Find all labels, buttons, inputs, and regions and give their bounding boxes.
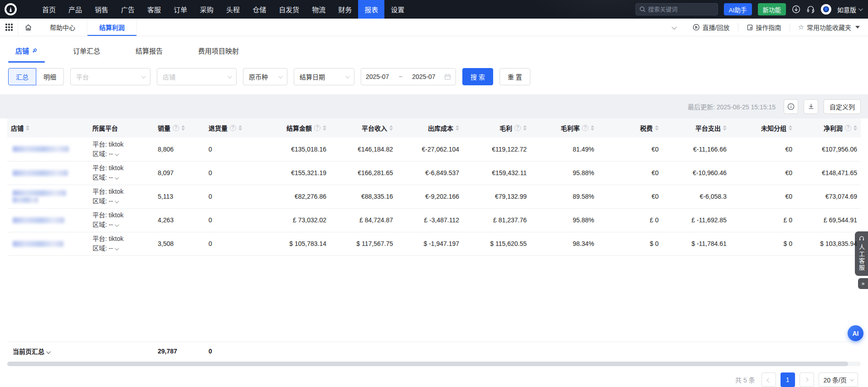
col-returns[interactable]: 退货量? xyxy=(205,118,257,137)
customize-columns-button[interactable]: 自定义列 xyxy=(824,99,861,114)
nav-item-5[interactable]: 订单 xyxy=(167,0,194,19)
col-platform-income[interactable]: 平台收入 xyxy=(330,118,397,137)
sort-icon[interactable] xyxy=(723,125,727,131)
search-input[interactable] xyxy=(648,6,707,13)
next-page-button[interactable] xyxy=(800,372,814,387)
sort-icon[interactable] xyxy=(26,125,29,131)
brand-logo-icon[interactable] xyxy=(5,3,17,15)
shop-select[interactable]: 店铺 xyxy=(157,68,237,85)
help-icon[interactable]: ? xyxy=(514,125,521,131)
info-button[interactable] xyxy=(784,99,798,114)
nav-item-2[interactable]: 销售 xyxy=(88,0,115,19)
help-icon[interactable]: ? xyxy=(314,125,320,131)
nav-item-1[interactable]: 产品 xyxy=(62,0,88,19)
sort-icon[interactable] xyxy=(655,125,659,131)
prev-page-button[interactable] xyxy=(761,372,776,387)
region-expand-icon[interactable] xyxy=(115,246,119,250)
nav-item-0[interactable]: 首页 xyxy=(36,0,62,19)
horizontal-scrollbar[interactable] xyxy=(7,362,861,366)
sort-icon[interactable] xyxy=(181,125,185,131)
chevron-down-icon xyxy=(858,6,863,11)
sort-icon[interactable] xyxy=(238,125,242,131)
date-range-input[interactable]: 2025-07 ~ 2025-07 xyxy=(361,68,456,85)
nav-item-9[interactable]: 自发货 xyxy=(272,0,305,19)
dock-expand-button[interactable]: » xyxy=(858,278,868,289)
col-gross-margin[interactable]: 毛利率? xyxy=(530,118,598,137)
export-download-button[interactable] xyxy=(804,99,818,114)
nav-item-13[interactable]: 设置 xyxy=(384,0,411,19)
cell-outbound-cost: $ -1,947.197 xyxy=(397,232,463,255)
favorites-link[interactable]: ☆ 常用功能收藏夹 xyxy=(790,23,868,31)
new-feature-button[interactable]: 新功能 xyxy=(758,3,786,15)
report-tab-1[interactable]: 订单汇总 xyxy=(68,46,105,63)
nav-item-4[interactable]: 客服 xyxy=(141,0,167,19)
col-settlement[interactable]: 结算金额? xyxy=(257,118,330,137)
report-tab-3[interactable]: 费用项目映射 xyxy=(194,46,243,63)
help-icon[interactable]: ? xyxy=(845,125,851,131)
apps-grid-icon[interactable] xyxy=(0,19,18,36)
last-update-label: 最后更新: xyxy=(688,103,715,111)
col-tax[interactable]: 税费 xyxy=(598,118,662,137)
tab-settlement-profit[interactable]: 结算利润 xyxy=(87,19,137,36)
nav-item-3[interactable]: 广告 xyxy=(115,0,141,19)
help-icon[interactable]: ? xyxy=(230,125,236,131)
live-replay-link[interactable]: 直播/回放 xyxy=(684,23,738,31)
current-page-button[interactable]: 1 xyxy=(781,372,795,387)
date-from-value[interactable]: 2025-07 xyxy=(366,73,389,80)
sort-icon[interactable] xyxy=(591,125,594,131)
download-circle-icon[interactable] xyxy=(792,5,800,14)
summary-expand-icon[interactable] xyxy=(46,349,51,354)
page-size-select[interactable]: 20 条/页 xyxy=(819,372,858,387)
collapse-tabs-icon[interactable] xyxy=(663,23,684,31)
sort-icon[interactable] xyxy=(456,125,459,131)
col-outbound-cost[interactable]: 出库成本 xyxy=(397,118,463,137)
nav-item-8[interactable]: 仓储 xyxy=(246,0,272,19)
col-unknown-group[interactable]: 未知分组 xyxy=(730,118,796,137)
human-service-button[interactable]: 人工客服 xyxy=(855,231,868,276)
mode-summary-button[interactable]: 汇总 xyxy=(8,68,36,85)
date-to-value[interactable]: 2025-07 xyxy=(412,73,435,80)
operation-guide-link[interactable]: 操作指南 xyxy=(738,23,790,31)
ai-assistant-button[interactable]: AI助手 xyxy=(724,3,752,15)
col-net-profit[interactable]: 净利润? xyxy=(796,118,861,137)
col-shop[interactable]: 店铺 xyxy=(7,118,89,137)
nav-item-7[interactable]: 头程 xyxy=(220,0,246,19)
region-line: 区域: -- xyxy=(92,244,150,253)
help-icon[interactable]: ? xyxy=(173,125,179,131)
home-icon[interactable] xyxy=(18,19,38,36)
mode-detail-button[interactable]: 明细 xyxy=(36,68,64,85)
user-avatar[interactable] xyxy=(821,4,831,15)
col-sales[interactable]: 销量? xyxy=(154,118,205,137)
col-platform-expense[interactable]: 平台支出 xyxy=(662,118,730,137)
ai-floating-button[interactable]: AI xyxy=(848,325,863,341)
headset-icon[interactable] xyxy=(806,5,815,14)
cell-platform: 平台: tiktok区域: -- xyxy=(89,137,154,161)
date-type-select[interactable]: 结算日期 xyxy=(294,68,354,85)
report-tab-2[interactable]: 结算报告 xyxy=(131,46,167,63)
platform-select[interactable]: 平台 xyxy=(70,68,150,85)
sort-icon[interactable] xyxy=(853,125,857,131)
edition-menu[interactable]: 如意版 xyxy=(837,5,862,14)
region-expand-icon[interactable] xyxy=(115,152,119,156)
sort-icon[interactable] xyxy=(523,125,527,131)
nav-item-10[interactable]: 物流 xyxy=(305,0,332,19)
nav-item-11[interactable]: 财务 xyxy=(332,0,358,19)
help-icon[interactable]: ? xyxy=(582,125,588,131)
col-gross-profit[interactable]: 毛利? xyxy=(463,118,530,137)
currency-select[interactable]: 原币种 xyxy=(243,68,287,85)
nav-item-6[interactable]: 采购 xyxy=(194,0,220,19)
region-expand-icon[interactable] xyxy=(115,199,119,203)
sort-icon[interactable] xyxy=(789,125,792,131)
tab-help-center[interactable]: 帮助中心 xyxy=(38,19,87,36)
sort-icon[interactable] xyxy=(323,125,326,131)
search-button[interactable]: 搜 索 xyxy=(462,68,493,85)
region-expand-icon[interactable] xyxy=(115,222,119,227)
region-expand-icon[interactable] xyxy=(115,175,119,180)
last-update-value: 2025-08-25 15:15:15 xyxy=(717,103,776,111)
reset-button[interactable]: 重 置 xyxy=(499,68,530,85)
nav-item-12[interactable]: 报表 xyxy=(358,0,384,19)
report-tab-0[interactable]: 店铺 xyxy=(11,46,42,63)
scrollbar-thumb[interactable] xyxy=(7,362,848,366)
sort-icon[interactable] xyxy=(389,125,393,131)
global-search[interactable] xyxy=(635,3,718,15)
